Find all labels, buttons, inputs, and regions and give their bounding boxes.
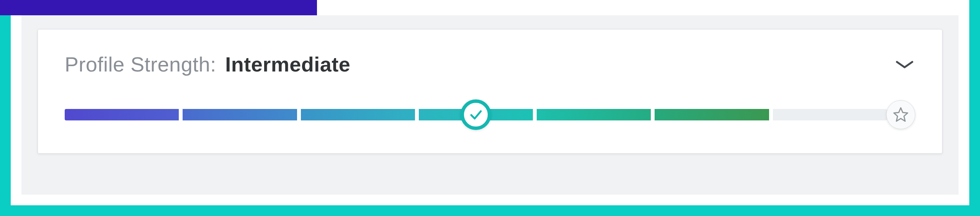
- star-icon: [893, 107, 909, 123]
- progress-segment: [537, 109, 651, 120]
- max-level-badge: [886, 100, 915, 129]
- card-header: Profile Strength: Intermediate: [65, 52, 915, 76]
- progress-bar: [65, 106, 915, 123]
- accent-top-bar: [0, 0, 317, 15]
- check-icon: [468, 107, 483, 122]
- chevron-down-icon: [895, 60, 914, 69]
- outer-frame: Profile Strength: Intermediate: [0, 0, 980, 216]
- progress-segment-empty: [773, 109, 887, 120]
- progress-segment: [183, 109, 297, 120]
- current-level-marker: [461, 99, 491, 130]
- profile-strength-card: Profile Strength: Intermediate: [38, 29, 942, 154]
- progress-segment: [655, 109, 769, 120]
- profile-strength-level: Intermediate: [225, 53, 350, 76]
- page-background: Profile Strength: Intermediate: [21, 15, 959, 195]
- expand-toggle[interactable]: [894, 57, 915, 72]
- profile-strength-label: Profile Strength:: [65, 53, 216, 76]
- progress-segment: [65, 109, 179, 120]
- progress-segment: [301, 109, 415, 120]
- profile-strength-title: Profile Strength: Intermediate: [65, 52, 350, 76]
